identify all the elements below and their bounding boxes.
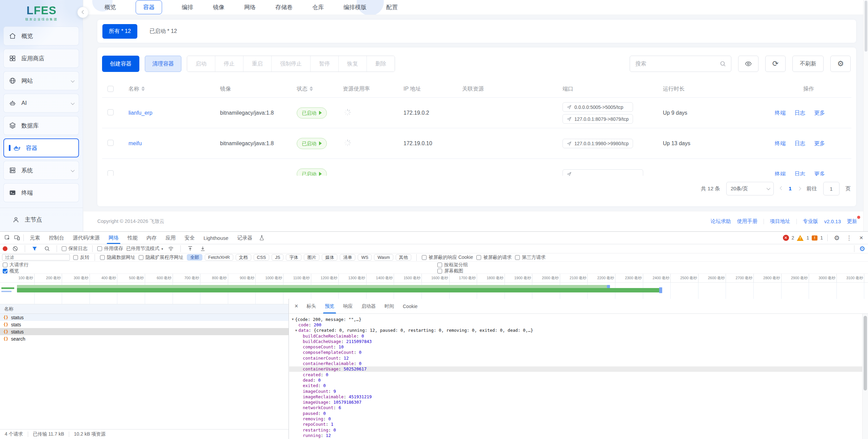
bulk-action-button[interactable]: 强制停止 bbox=[272, 56, 311, 72]
pro-edition-link[interactable]: 专业版 bbox=[803, 218, 818, 225]
close-detail-icon[interactable]: × bbox=[292, 302, 301, 311]
module-tab[interactable]: 配置 bbox=[386, 3, 398, 11]
bulk-action-button[interactable]: 停止 bbox=[215, 56, 243, 72]
sidebar-item-database[interactable]: 数据库 bbox=[3, 116, 79, 135]
request-row[interactable]: {} status bbox=[0, 328, 289, 335]
filter-funnel-icon[interactable] bbox=[30, 244, 39, 253]
hide-extension-urls-checkbox[interactable]: 隐藏扩展程序网址 bbox=[139, 254, 183, 261]
network-settings-gear-icon[interactable]: ⚙ bbox=[859, 245, 865, 253]
preview-line[interactable]: buildCacheReclaimable: 0 bbox=[289, 333, 862, 339]
current-page[interactable]: 1 bbox=[789, 186, 792, 192]
more-action-link[interactable]: 更多 bbox=[814, 170, 825, 176]
port-chip[interactable]: 127.0.0.1:9980->9980/tcp bbox=[563, 139, 633, 148]
module-tab[interactable]: 编排模版 bbox=[343, 3, 367, 11]
disclosure-arrow-icon[interactable]: ▼ bbox=[291, 318, 295, 321]
table-settings-button[interactable]: ⚙ bbox=[830, 56, 851, 72]
preview-line[interactable]: restarting: 0 bbox=[289, 427, 862, 433]
request-type-chip[interactable]: 字体 bbox=[286, 254, 301, 261]
create-container-button[interactable]: 创建容器 bbox=[102, 56, 139, 72]
request-row[interactable]: {} status bbox=[0, 314, 289, 321]
visibility-toggle-button[interactable] bbox=[738, 56, 758, 72]
preview-line[interactable]: running: 12 bbox=[289, 433, 862, 438]
preview-line[interactable]: composeCount: 10 bbox=[289, 344, 862, 349]
screenshots-checkbox[interactable]: 屏幕截图 bbox=[437, 268, 463, 274]
goto-page-input[interactable] bbox=[823, 182, 840, 195]
preview-line[interactable]: ▼{code: 200, message: "",…} bbox=[289, 317, 862, 322]
detail-tab[interactable]: 预览 bbox=[320, 299, 339, 313]
prev-page-button[interactable] bbox=[780, 187, 783, 190]
request-type-chip[interactable]: CSS bbox=[254, 254, 270, 261]
module-tab[interactable]: 仓库 bbox=[312, 3, 324, 11]
devtools-tab[interactable]: 元素 bbox=[25, 232, 44, 244]
detail-tab[interactable]: 时间 bbox=[380, 299, 398, 313]
bulk-action-button[interactable]: 暂停 bbox=[311, 56, 339, 72]
container-name-link[interactable]: lianfu_erp bbox=[129, 110, 152, 116]
bulk-action-button[interactable]: 启动 bbox=[187, 56, 215, 72]
search-network-icon[interactable] bbox=[42, 244, 52, 253]
preview-line[interactable]: dead: 0 bbox=[289, 377, 862, 383]
preview-line[interactable]: containerCount: 12 bbox=[289, 355, 862, 361]
sidebar-item-appstore[interactable]: 应用商店 bbox=[3, 49, 79, 68]
sidebar-item-overview[interactable]: 概览 bbox=[3, 26, 79, 45]
project-link[interactable]: 项目地址 bbox=[770, 218, 790, 225]
port-chip[interactable]: 0.0.0.0:5005->5005/tcp bbox=[563, 102, 633, 112]
status-badge[interactable]: 已启动 bbox=[297, 168, 327, 176]
detail-tab[interactable]: 标头 bbox=[302, 299, 320, 313]
sort-icon[interactable] bbox=[141, 87, 145, 91]
page-scrollbar[interactable] bbox=[863, 0, 868, 231]
clear-network-icon[interactable] bbox=[11, 244, 20, 253]
logs-action-link[interactable]: 日志 bbox=[794, 109, 805, 116]
network-overview-timeline[interactable]: 100 毫秒200 毫秒300 毫秒400 毫秒500 毫秒600 毫秒700 … bbox=[0, 274, 868, 299]
terminal-action-link[interactable]: 终端 bbox=[775, 109, 786, 116]
page-size-select[interactable]: 20条/页 bbox=[726, 182, 774, 195]
preview-line[interactable]: containerReclaimable: 0 bbox=[289, 361, 862, 366]
sidebar-item-website[interactable]: 网站 bbox=[3, 71, 79, 90]
group-by-frame-checkbox[interactable]: 按框架分组 bbox=[437, 262, 468, 268]
preview-line[interactable]: buildCacheUsage: 2115097843 bbox=[289, 339, 862, 344]
sidebar-item-master-node[interactable]: 主节点 bbox=[0, 208, 83, 231]
sidebar-item-ai[interactable]: AI bbox=[3, 94, 79, 113]
device-toolbar-icon[interactable] bbox=[12, 233, 22, 242]
refresh-mode-button[interactable]: 不刷新 bbox=[792, 56, 824, 72]
module-tab[interactable]: 镜像 bbox=[213, 3, 224, 11]
preview-line[interactable]: exited: 0 bbox=[289, 383, 862, 388]
blocked-requests-checkbox[interactable]: 被屏蔽的请求 bbox=[476, 254, 512, 261]
devtools-tab[interactable]: 内存 bbox=[142, 232, 161, 244]
module-tab[interactable]: 编排 bbox=[182, 3, 193, 11]
request-type-chip[interactable]: Fetch/XHR bbox=[205, 254, 233, 261]
error-count[interactable]: 2 bbox=[792, 235, 794, 241]
preview-line[interactable]: imageReclaimable: 451931219 bbox=[289, 394, 862, 399]
issues-icon[interactable]: ! bbox=[812, 235, 817, 241]
preview-line[interactable]: code: 200 bbox=[289, 322, 862, 327]
disclosure-arrow-icon[interactable]: ▼ bbox=[294, 329, 298, 332]
preview-line[interactable]: networkCount: 6 bbox=[289, 405, 862, 411]
request-type-chip[interactable]: Wasm bbox=[374, 254, 393, 261]
warning-count[interactable]: 1 bbox=[806, 235, 809, 241]
request-row[interactable]: {} search bbox=[0, 335, 289, 342]
logs-action-link[interactable]: 日志 bbox=[794, 170, 805, 176]
devtools-tab[interactable]: 网络 bbox=[104, 232, 123, 244]
invert-checkbox[interactable]: 反转 bbox=[73, 254, 90, 261]
row-checkbox[interactable] bbox=[107, 170, 114, 176]
issues-count[interactable]: 1 bbox=[820, 235, 823, 241]
filter-running-pill[interactable]: 已启动 * 12 bbox=[150, 28, 177, 35]
devtools-tab[interactable]: 应用 bbox=[161, 232, 180, 244]
scrollbar-thumb[interactable] bbox=[864, 316, 867, 390]
manual-link[interactable]: 使用手册 bbox=[737, 218, 757, 225]
network-filter-input[interactable] bbox=[2, 254, 70, 261]
preview-line[interactable]: created: 0 bbox=[289, 372, 862, 377]
request-type-chip[interactable]: 其他 bbox=[396, 254, 411, 261]
filter-all-pill[interactable]: 所有 * 12 bbox=[102, 24, 137, 39]
devtools-settings-gear-icon[interactable]: ⚙ bbox=[832, 233, 842, 242]
sidebar-item-container[interactable]: 容器 bbox=[3, 138, 79, 157]
preview-line[interactable]: removing: 0 bbox=[289, 416, 862, 421]
throttling-select[interactable]: 已停用节流模式▾ bbox=[126, 246, 163, 252]
next-page-button[interactable] bbox=[798, 187, 801, 190]
preview-line[interactable]: paused: 0 bbox=[289, 411, 862, 416]
request-type-chip[interactable]: 全部 bbox=[187, 254, 202, 261]
overview-checkbox[interactable]: 概览 bbox=[3, 268, 19, 274]
clean-container-button[interactable]: 清理容器 bbox=[145, 56, 181, 72]
close-devtools-icon[interactable]: × bbox=[856, 233, 866, 242]
port-chip[interactable] bbox=[563, 169, 643, 176]
blocked-cookies-checkbox[interactable]: 被屏蔽的响应 Cookie bbox=[422, 254, 473, 261]
